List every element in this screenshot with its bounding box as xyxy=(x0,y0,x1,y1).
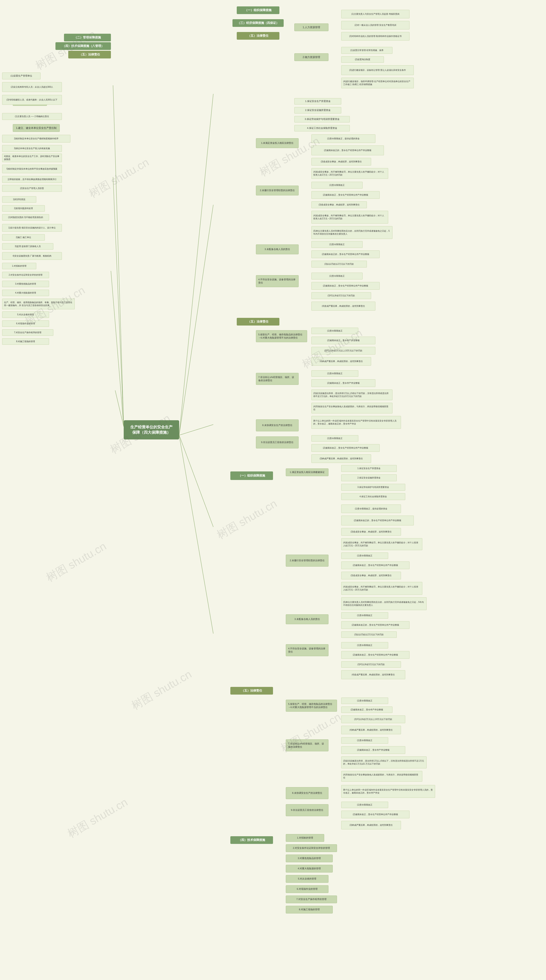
legal-8: 8.未协调安全生产的法律责任 xyxy=(256,419,299,431)
legal-5-1: (1)责令限期改正 xyxy=(311,328,358,334)
org-r-1-1: 1.保证安全生产所需资金 xyxy=(341,465,397,472)
ops-mgmt: 6.对现场作业的管理 xyxy=(2,320,49,327)
svg-line-4 xyxy=(179,94,213,435)
reward-system: 1)经济性奖惩 xyxy=(2,196,36,203)
construction-resp: 2)施工·施工单位 xyxy=(2,234,45,241)
contractor-mgmt: 5.对从业者的管理 xyxy=(2,312,49,318)
legal-b-7-1: (1)责令限期改正 xyxy=(341,737,388,744)
org-r-4-2: (2)逾期未改正，责令生产经营单位停产停业整顿 xyxy=(341,651,409,659)
supervision-resp: 3)监理·监收部门及验收人员 xyxy=(2,243,53,250)
design-resp: 1)设计提负责-项目安全设施的的设计人、设计单位 xyxy=(2,224,62,232)
special-org-unit: (1)设置生产管理单位 xyxy=(2,73,41,80)
legal-1-3: (3)造成安全事故，构成犯罪，追究刑事责任 xyxy=(311,158,371,165)
org-r-2-4: (4)造成安全事故，尚不够刑事处罚，单位主要负责人给予撤职处分；对个人投资人处2… xyxy=(341,582,422,595)
ensure-input: 3)保证本单位安全生产投入的有效实施 xyxy=(2,145,62,152)
tech-8: 8.对施工现场的管理 xyxy=(286,906,333,913)
legal-b-9-3: (3)构成严重后果，构成犯罪的，追究刑事责任 xyxy=(341,821,401,829)
org-r-3-2: (2)逾期未改正的，责令生产经营单位停产停业整顿 xyxy=(341,621,409,629)
conditions-audit: 2.对安全条件论证和安全评价的管理 xyxy=(2,272,49,278)
legal-9-3: (3)构成严重后果，构成犯罪的，追究刑事责任 xyxy=(311,454,371,463)
legal-7-1: (1)责令限期改正 xyxy=(311,370,358,377)
legal-b-5-3: (3)可以并处2万元以上10万元以下的罚款 xyxy=(341,716,405,723)
fund-3: (3)造成安全事故，构成犯罪，追究刑事责任 xyxy=(341,528,401,536)
legal-b-9-1: (1)责令限期改正 xyxy=(341,802,388,808)
fund-2: (2)逾期未改正的，责令生产经营单位停产停业整顿 xyxy=(341,515,414,525)
tech-3: 3.对重危危险品的管理 xyxy=(286,854,333,862)
org-r-3-3: (3)以以罚处以2万元以下的罚款 xyxy=(341,632,397,638)
eco-3: 3.保证劳动保护与培训所需要资金 xyxy=(294,116,350,123)
legal-b-5: 5.假冒生产、经营、储存危险品的法律责任 →6.对重大危险源管理不当的法律责任 xyxy=(286,700,337,712)
legal-b-7-4: (4)导致发生生产安全事故致他人造成损害的，与承担方，承担连带赔偿规细部责任 xyxy=(341,771,422,782)
material-mgmt: 2.物力资源管理 xyxy=(294,53,328,61)
legal-2-2: (2)逾期未改正，责令生产经营单位停产停业整顿 xyxy=(311,191,380,199)
legal-3-2: (2)逾期未改正的，责令生产经营单位停产停业整顿 xyxy=(311,250,380,258)
legal-b-5-1: (1)责令限期改正 xyxy=(341,698,388,704)
eco-1: 1.保证安全生产所需资金 xyxy=(294,98,341,105)
legal-8-detail: 两个以上单位的同一作业区域内作业未落实安全生产管理中没有未落实安全专职管理人员的… xyxy=(311,416,401,429)
svg-line-5 xyxy=(179,205,213,435)
org-r-1-4: 4.保证工伤社会保险所需资金 xyxy=(341,493,405,500)
svg-line-7 xyxy=(179,435,213,527)
tech-5: 5.对从业者的管理 xyxy=(286,875,328,883)
legal-b-9: 9.非法设置员工宿舍的法律责任 xyxy=(286,804,328,816)
mat-1: (1)设置日常管理·经常性维修、保养 xyxy=(341,47,392,54)
center-node: 生产经营单位的安全生产保障（四大保障措施） xyxy=(124,420,179,439)
construction-mgmt: 8.对施工现场的管理 xyxy=(2,338,49,345)
legal-4: 4.不符合安全设施、设备管理的法律责任 xyxy=(256,275,299,287)
hr-2: (2)对一般从业人员的管理·安全生产教育培训 xyxy=(341,21,409,29)
legal-3-3: (3)以以罚处以2万元以下的罚款 xyxy=(311,261,367,267)
org-measures-right: （一）组织保障措施 xyxy=(230,471,273,480)
legal-b-5-2: (2)逾期未改正，责令停产停业整顿 xyxy=(341,706,392,713)
org-r-3-1: (1)责令限期改正 xyxy=(341,612,388,619)
legal-1-2: (2)逾期未改正的，责令生产经营单位停产停业整顿 xyxy=(311,145,384,155)
org-r-4: 4.不符合安全设施、设备管理的法律责任 xyxy=(286,644,328,656)
legal-5: 5.假冒生产、经营、储存危险品的法律责任 →6.对重大危险源管理不当的法律责任 xyxy=(256,330,307,342)
safety-mgr: 立即组织抢救，且不得在事故调查处理期间离离开行 xyxy=(2,176,62,183)
left-tech-measures: （四）技术保障措施（八管理） xyxy=(56,42,111,50)
legal-1-1: (1)责令限期改正，提供必需的资金 xyxy=(311,134,376,143)
legal-b-8: 8.未协调安全生产的法律责任 xyxy=(286,787,328,799)
org-r-2-3: (3)造成安全事故，构成犯罪，追究刑事责任 xyxy=(341,572,401,579)
legal-2-1: (1)责令限期改正 xyxy=(311,182,363,189)
legal-7: 7.非法转让≥%经营项目、场所、设备的法律责任 xyxy=(256,373,299,385)
supervise-work: 4)督促、检查本单位的安全生产工作、及时消除生产安全事故隐患 xyxy=(2,154,62,162)
org-r-2-5: (5)单位主要负责人员对刑事犯罪的且分的，自刑罚执行完毕或者被赦免之日起，5年内… xyxy=(341,597,427,610)
org-r-2-2: (2)逾期未改正，责令生产经营单位停产停业整顿 xyxy=(341,562,409,569)
legal-9: 9.非法设置员工宿舍的法律责任 xyxy=(256,436,299,449)
tech-6: 6.对现场作业的管理 xyxy=(286,885,328,893)
tech-1: 1.对招标的管理 xyxy=(286,834,324,842)
svg-line-6 xyxy=(179,425,213,435)
legal-5-4: (4)构成严重后果，构成犯罪的，追究刑事责任 xyxy=(311,357,371,366)
hazard-chemicals: 3.对重危危险品的管理 xyxy=(2,281,49,287)
legal-1-4: (4)造成安全事故，尚不够刑事处罚，单位主要负责人给予撤职处分；对个人投资人处2… xyxy=(311,168,388,179)
part-time-staff: (3)专职组建职人员、或者代服务：从业人员300人以下 xyxy=(2,95,62,105)
left-org-measures: （二）管理保障措施 xyxy=(64,34,111,41)
tech-4: 4.对重大危险源的管理 xyxy=(286,865,333,872)
org-r-4-1: (1)责令限期改正 xyxy=(341,642,388,649)
legal-b-9-2: (2)逾期未改正，责令生产经营单位停产停业整顿 xyxy=(341,811,409,818)
legal-7-3: (3)设没设施违法所得，违法所得1万以上5倍以下的罚款，没有违法所得或违法所得不… xyxy=(311,390,392,400)
establish-resp-system: 1.建立、健全本单位安全生产责任制 xyxy=(13,124,60,132)
legal-2-5: (5)单位主要负责人员对刑事犯罪的且分的，自刑罚执行完毕或者被赦免之日起，5年内… xyxy=(311,226,392,239)
hr-1: (1)主要负责人与安全生产管理人员监督·考核职责岗 xyxy=(341,10,409,18)
handle-issues: (1)对隐患负责的 3)不能处理及报告的 xyxy=(2,214,49,221)
legal-5-3: (3)可以并处2万元以上10万元以下的罚款 xyxy=(311,347,376,355)
svg-line-3 xyxy=(115,390,124,426)
svg-line-1 xyxy=(113,177,124,426)
legal-5-2: (2)逾期未改正，责令停产停业整顿 xyxy=(311,337,376,344)
contract-mgmt: 1.对招标的管理 xyxy=(2,263,36,269)
legal-bottom-main: （五）法律责任 xyxy=(230,687,273,695)
legal-7-2: (2)逾期未改正，责令停产停业整顿 xyxy=(311,379,376,387)
legal-3: 3.未配备合格人员的责任 xyxy=(256,245,299,254)
legal-b-8-detail: 两个以上单位的同一作业区域内作业未落实安全生产管理中没有未落实安全专职管理人员的… xyxy=(341,785,435,798)
org-r-1-2: 2.保证安全设施所需资金 xyxy=(341,474,397,481)
right-org-top: （一）组织保障措施 xyxy=(237,6,279,14)
fund-4: (4)造成安全事故，尚不够刑事处罚，单位主要负责人给予撤职处分；对个人投资人处2… xyxy=(341,538,422,550)
legal-7-4: (4)导致发生生产安全事故致他人造成损害的，与承担方，承担连带赔偿规细部责任 xyxy=(311,403,392,414)
mat-3: (3)进行建设项目，设备转让管理·受让人必须出具有安全条件 xyxy=(341,65,414,75)
equipment-mgmt: 4.对重大危险源的管理 xyxy=(2,290,49,296)
mind-map: 生产经营单位的安全生产保障（四大保障措施） （二）管理保障措施 （四）技术保障措… xyxy=(0,0,546,980)
legal-2-3: (3)造成安全事故，构成犯罪，追究刑事责任 xyxy=(311,201,367,208)
org-r-1-3: 3.保证劳动保护与培训所需要资金 xyxy=(341,484,405,491)
legal-4-2: (2)逾期未改正，责令生产经营单位停产停业整顿 xyxy=(311,282,380,290)
